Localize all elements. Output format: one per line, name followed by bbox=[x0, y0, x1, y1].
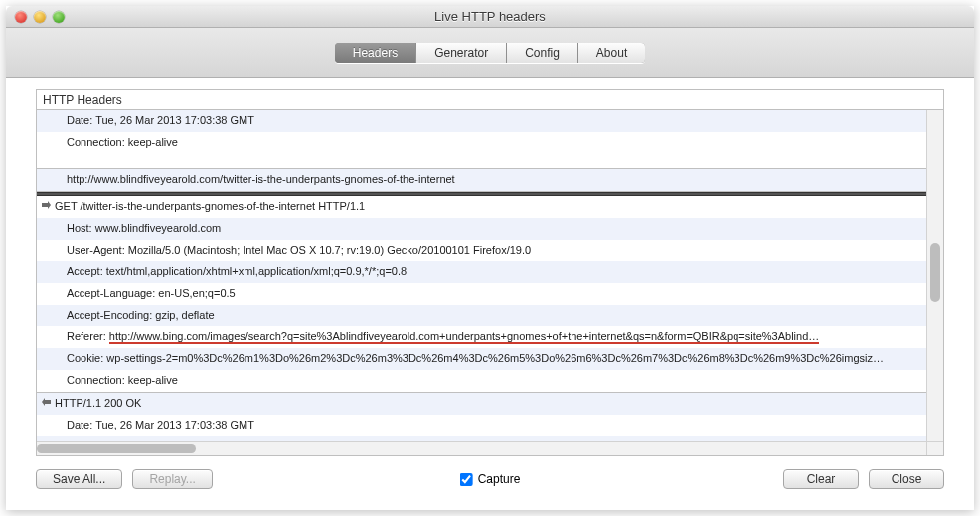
tab-bar: Headers Generator Config About bbox=[335, 43, 645, 63]
tab-generator[interactable]: Generator bbox=[416, 43, 507, 63]
header-line-referer[interactable]: Referer: http://www.bing.com/images/sear… bbox=[37, 326, 926, 348]
arrow-left-icon bbox=[41, 397, 52, 408]
response-status-line[interactable]: HTTP/1.1 200 OK bbox=[37, 393, 926, 415]
header-line[interactable]: Host: www.blindfiveyearold.com bbox=[37, 218, 926, 240]
horizontal-scroll-thumb[interactable] bbox=[37, 444, 196, 453]
tab-headers[interactable]: Headers bbox=[335, 43, 416, 63]
replay-button[interactable]: Replay... bbox=[132, 469, 212, 489]
save-all-button[interactable]: Save All... bbox=[36, 469, 122, 489]
header-line[interactable]: Accept-Encoding: gzip, deflate bbox=[37, 305, 926, 327]
referer-url: http://www.bing.com/images/search?q=site… bbox=[109, 330, 820, 344]
zoom-window-icon[interactable] bbox=[53, 11, 65, 23]
tab-config[interactable]: Config bbox=[507, 43, 578, 63]
close-window-icon[interactable] bbox=[15, 11, 27, 23]
footer-bar: Save All... Replay... Capture Clear Clos… bbox=[36, 466, 944, 492]
header-line[interactable]: Accept-Language: en-US,en;q=0.5 bbox=[37, 283, 926, 305]
toolbar: Headers Generator Config About bbox=[6, 28, 974, 78]
headers-panel: HTTP Headers Date: Tue, 26 Mar 2013 17:0… bbox=[36, 89, 944, 456]
horizontal-scrollbar[interactable] bbox=[37, 441, 926, 455]
request-url-row[interactable]: http://www.blindfiveyearold.com/twitter-… bbox=[37, 168, 926, 192]
header-line[interactable]: Date: Tue, 26 Mar 2013 17:03:38 GMT bbox=[37, 110, 926, 132]
request-line-text: GET /twitter-is-the-underpants-gnomes-of… bbox=[55, 200, 365, 212]
capture-checkbox[interactable] bbox=[460, 473, 473, 486]
capture-label: Capture bbox=[478, 472, 521, 486]
header-line[interactable]: Date: Tue, 26 Mar 2013 17:03:38 GMT bbox=[37, 415, 926, 436]
referer-label: Referer: bbox=[67, 330, 109, 342]
header-line[interactable]: Cookie: wp-settings-2=m0%3Dc%26m1%3Do%26… bbox=[37, 348, 926, 370]
minimize-window-icon[interactable] bbox=[34, 11, 46, 23]
arrow-right-icon bbox=[41, 200, 52, 211]
header-line[interactable]: Connection: keep-alive bbox=[37, 370, 926, 392]
window-title: Live HTTP headers bbox=[6, 9, 974, 24]
headers-list[interactable]: Date: Tue, 26 Mar 2013 17:03:38 GMT Conn… bbox=[37, 110, 926, 441]
header-line[interactable]: Accept: text/html,application/xhtml+xml,… bbox=[37, 261, 926, 283]
header-line[interactable]: Connection: keep-alive bbox=[37, 132, 926, 154]
vertical-scroll-thumb[interactable] bbox=[930, 243, 940, 302]
capture-checkbox-wrap[interactable]: Capture bbox=[460, 472, 521, 486]
response-status-text: HTTP/1.1 200 OK bbox=[55, 397, 141, 409]
scrollbar-corner bbox=[926, 441, 943, 455]
close-button[interactable]: Close bbox=[869, 469, 944, 489]
traffic-lights bbox=[6, 11, 65, 23]
section-title: HTTP Headers bbox=[37, 90, 943, 110]
window-titlebar: Live HTTP headers bbox=[6, 6, 974, 28]
header-line[interactable]: User-Agent: Mozilla/5.0 (Macintosh; Inte… bbox=[37, 240, 926, 261]
spacer bbox=[37, 154, 926, 168]
request-line[interactable]: GET /twitter-is-the-underpants-gnomes-of… bbox=[37, 196, 926, 218]
clear-button[interactable]: Clear bbox=[783, 469, 859, 489]
tab-about[interactable]: About bbox=[578, 43, 645, 63]
vertical-scrollbar[interactable] bbox=[926, 110, 943, 441]
headers-scroll-area: Date: Tue, 26 Mar 2013 17:03:38 GMT Conn… bbox=[37, 110, 943, 455]
